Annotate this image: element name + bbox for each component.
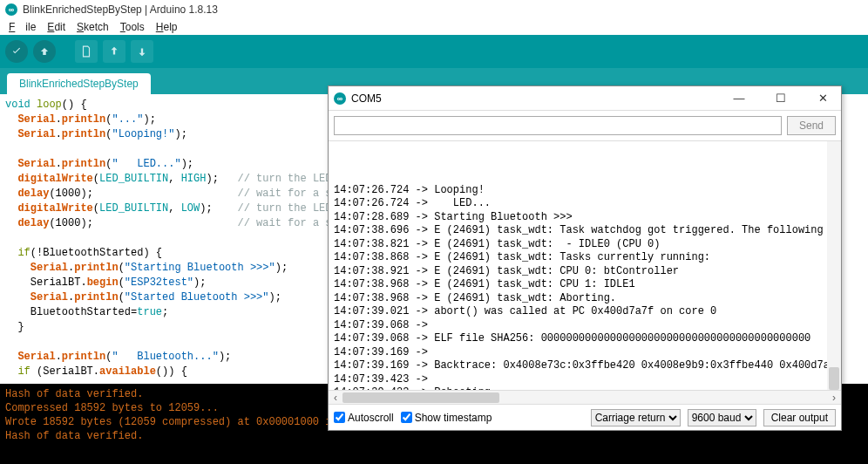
scroll-left-icon[interactable]: ‹ <box>329 391 342 405</box>
toolbar <box>0 35 868 68</box>
new-button[interactable] <box>75 40 98 63</box>
menu-sketch[interactable]: Sketch <box>71 20 114 34</box>
timestamp-checkbox[interactable]: Show timestamp <box>401 412 492 424</box>
send-button[interactable]: Send <box>787 116 836 135</box>
menu-edit[interactable]: Edit <box>42 20 71 34</box>
scroll-right-icon[interactable]: › <box>827 391 841 405</box>
tab-main[interactable]: BlinkEnrichedStepByStep <box>7 73 151 94</box>
window-title: BlinkEnrichedStepByStep | Arduino 1.8.13 <box>23 3 218 16</box>
baud-select[interactable]: 9600 baud <box>688 409 756 426</box>
save-button[interactable] <box>131 40 153 63</box>
menubar: File Edit Sketch Tools Help <box>0 19 868 35</box>
serial-monitor-window: ∞ COM5 — ☐ ✕ Send 14:07:26.724 -> Loopin… <box>328 85 842 431</box>
autoscroll-checkbox[interactable]: Autoscroll <box>334 412 394 424</box>
serial-input[interactable] <box>334 116 782 135</box>
serial-scrollbar-h[interactable]: ‹ › <box>329 390 841 404</box>
serial-output[interactable]: 14:07:26.724 -> Looping!14:07:26.724 -> … <box>329 141 841 390</box>
serial-footer: Autoscroll Show timestamp Carriage retur… <box>329 404 841 430</box>
clear-output-button[interactable]: Clear output <box>763 409 836 426</box>
serial-scrollbar-v[interactable] <box>827 141 841 390</box>
upload-button[interactable] <box>33 40 56 63</box>
menu-tools[interactable]: Tools <box>115 20 150 34</box>
titlebar: ∞ BlinkEnrichedStepByStep | Arduino 1.8.… <box>0 0 868 19</box>
verify-button[interactable] <box>5 40 28 63</box>
arduino-icon: ∞ <box>5 3 17 16</box>
menu-file[interactable]: File <box>3 20 41 34</box>
serial-title: COM5 <box>351 92 382 105</box>
minimize-button[interactable]: — <box>726 92 752 105</box>
serial-titlebar[interactable]: ∞ COM5 — ☐ ✕ <box>329 86 841 111</box>
close-button[interactable]: ✕ <box>810 92 836 105</box>
open-button[interactable] <box>103 40 125 63</box>
serial-send-row: Send <box>329 111 841 141</box>
menu-help[interactable]: Help <box>151 20 183 34</box>
line-ending-select[interactable]: Carriage return <box>591 409 681 426</box>
maximize-button[interactable]: ☐ <box>768 92 794 105</box>
arduino-icon: ∞ <box>334 92 346 105</box>
